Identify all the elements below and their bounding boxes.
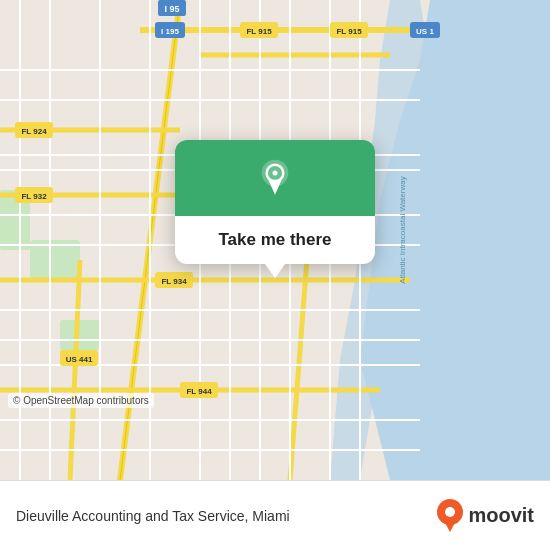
svg-text:FL 932: FL 932 bbox=[21, 192, 47, 201]
svg-text:FL 924: FL 924 bbox=[21, 127, 47, 136]
popup-green-header bbox=[175, 140, 375, 216]
svg-text:Atlantic Intracoastal Waterway: Atlantic Intracoastal Waterway bbox=[398, 176, 407, 283]
svg-point-66 bbox=[445, 507, 455, 517]
location-label: Dieuville Accounting and Tax Service, Mi… bbox=[16, 508, 290, 524]
svg-text:I 95: I 95 bbox=[164, 4, 179, 14]
map-container: I 95 FL 924 FL 932 I 195 FL 915 FL 915 U… bbox=[0, 0, 550, 480]
take-me-there-button[interactable]: Take me there bbox=[175, 216, 375, 264]
svg-marker-63 bbox=[268, 180, 281, 195]
svg-text:I 195: I 195 bbox=[161, 27, 179, 36]
svg-text:FL 915: FL 915 bbox=[336, 27, 362, 36]
moovit-text: moovit bbox=[468, 504, 534, 527]
moovit-logo[interactable]: moovit bbox=[436, 499, 534, 533]
map-attribution: © OpenStreetMap contributors bbox=[8, 393, 154, 408]
svg-text:FL 934: FL 934 bbox=[161, 277, 187, 286]
svg-text:FL 915: FL 915 bbox=[246, 27, 272, 36]
svg-text:US 1: US 1 bbox=[416, 27, 434, 36]
moovit-pin-icon bbox=[436, 499, 464, 533]
svg-text:FL 944: FL 944 bbox=[186, 387, 212, 396]
location-pin-icon bbox=[255, 158, 295, 198]
popup-card: Take me there bbox=[175, 140, 375, 264]
svg-text:US 441: US 441 bbox=[66, 355, 93, 364]
bottom-bar: Dieuville Accounting and Tax Service, Mi… bbox=[0, 480, 550, 550]
svg-rect-5 bbox=[60, 320, 100, 350]
svg-point-62 bbox=[273, 171, 278, 176]
svg-marker-65 bbox=[443, 519, 457, 532]
